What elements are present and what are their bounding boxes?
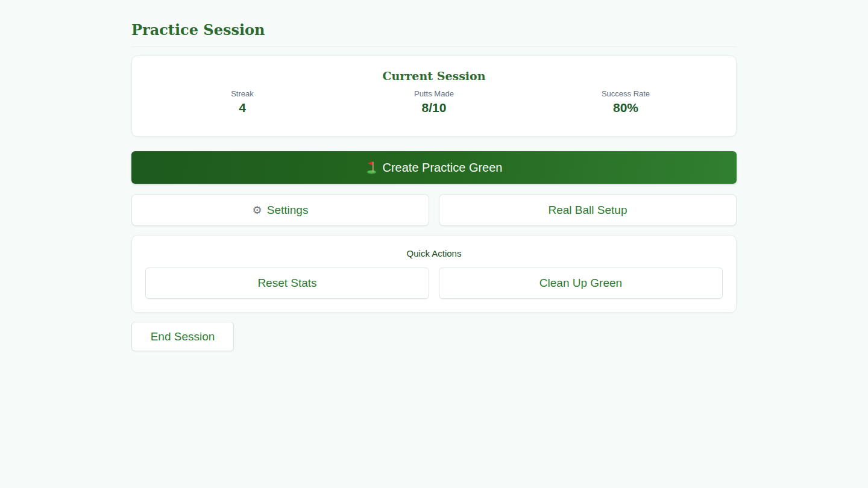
reset-stats-button[interactable]: Reset Stats [145,267,429,299]
settings-label: Settings [267,204,309,217]
clean-up-green-label: Clean Up Green [539,277,622,290]
current-session-card: Current Session Streak 4 Putts Made 8/10… [131,55,737,137]
stat-success-rate: Success Rate 80% [530,89,722,116]
stat-putts-made: Putts Made 8/10 [338,89,530,116]
stat-streak-label: Streak [146,89,338,99]
practice-session-page: Practice Session Current Session Streak … [131,0,737,351]
secondary-button-row: ⚙ Settings Real Ball Setup [131,194,737,226]
clean-up-green-button[interactable]: Clean Up Green [439,267,723,299]
stat-streak: Streak 4 [146,89,338,116]
quick-actions-row: Reset Stats Clean Up Green [145,267,723,299]
golf-flag-icon [366,161,377,174]
reset-stats-label: Reset Stats [257,277,316,290]
end-session-label: End Session [151,330,215,343]
real-ball-setup-button[interactable]: Real Ball Setup [439,194,737,226]
quick-actions-card: Quick Actions Reset Stats Clean Up Green [131,235,737,313]
end-session-button[interactable]: End Session [131,322,234,351]
quick-actions-title: Quick Actions [145,248,723,259]
stat-putts-made-value: 8/10 [338,100,530,116]
session-card-title: Current Session [146,69,722,83]
title-divider [131,46,737,47]
settings-button[interactable]: ⚙ Settings [131,194,429,226]
stat-putts-made-label: Putts Made [338,89,530,99]
page-title: Practice Session [131,22,737,39]
session-stats-row: Streak 4 Putts Made 8/10 Success Rate 80… [146,89,722,116]
create-practice-green-button[interactable]: Create Practice Green [131,151,737,184]
stat-streak-value: 4 [146,100,338,116]
stat-success-rate-label: Success Rate [530,89,722,99]
real-ball-setup-label: Real Ball Setup [549,204,627,217]
gear-icon: ⚙ [253,204,262,216]
create-practice-green-label: Create Practice Green [383,161,503,175]
stat-success-rate-value: 80% [530,100,722,116]
